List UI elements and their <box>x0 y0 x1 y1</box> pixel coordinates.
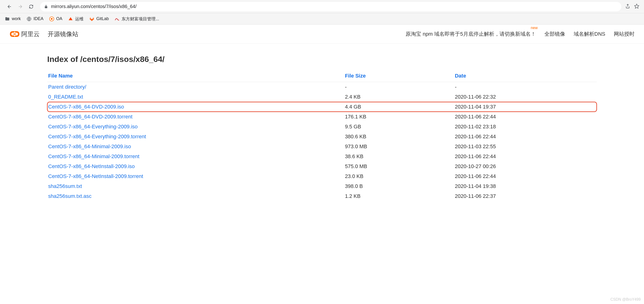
column-header-date[interactable]: Date <box>454 70 597 82</box>
reload-icon <box>28 4 34 9</box>
nav-all-mirrors[interactable]: 全部镜像 <box>544 31 565 38</box>
file-size-cell: 380.6 KB <box>344 132 454 141</box>
lock-icon <box>44 5 48 9</box>
table-row: CentOS-7-x86_64-NetInstall-2009.torrent2… <box>47 171 597 181</box>
oa-icon <box>49 16 54 22</box>
file-name-cell: sha256sum.txt <box>47 181 344 191</box>
bookmark-label: IDEA <box>34 16 44 21</box>
file-date-cell: 2020-10-27 00:26 <box>454 162 597 171</box>
file-name-cell: sha256sum.txt.asc <box>47 191 344 201</box>
forward-button[interactable] <box>16 2 25 11</box>
logo-text: 阿里云 <box>21 30 40 38</box>
table-row: sha256sum.txt.asc1.2 KB2020-11-06 22:37 <box>47 191 597 201</box>
nav-notice[interactable]: new 原淘宝 npm 域名即将于5月底停止解析，请切换新域名！ <box>406 31 536 38</box>
url-bar[interactable]: mirrors.aliyun.com/centos/7/isos/x86_64/ <box>40 2 621 11</box>
back-button[interactable] <box>5 2 14 11</box>
bookmark-star-button[interactable] <box>634 4 639 10</box>
file-date-cell: 2020-11-06 22:32 <box>454 92 597 102</box>
new-badge: new <box>531 26 538 30</box>
bookmark-oa[interactable]: OA <box>49 16 62 22</box>
file-link[interactable]: CentOS-7-x86_64-NetInstall-2009.iso <box>48 163 135 169</box>
file-name-cell: CentOS-7-x86_64-DVD-2009.torrent <box>47 112 344 122</box>
yunwei-icon <box>68 16 73 22</box>
file-link[interactable]: CentOS-7-x86_64-Everything-2009.iso <box>48 124 138 129</box>
nav-ntp[interactable]: 网站授时 <box>614 31 634 38</box>
file-size-cell: 9.5 GB <box>344 122 454 132</box>
nav-dns[interactable]: 域名解析DNS <box>574 31 605 38</box>
file-name-cell: CentOS-7-x86_64-Minimal-2009.torrent <box>47 151 344 162</box>
file-link[interactable]: CentOS-7-x86_64-DVD-2009.torrent <box>48 114 132 120</box>
bookmark-dfcf[interactable]: 东方财富项目管理... <box>114 16 159 22</box>
table-row: CentOS-7-x86_64-DVD-2009.iso4.4 GB2020-1… <box>47 102 597 112</box>
bookmark-label: OA <box>56 16 62 21</box>
file-size-cell: 575.0 MB <box>344 162 454 171</box>
browser-toolbar: mirrors.aliyun.com/centos/7/isos/x86_64/ <box>0 0 644 13</box>
file-link[interactable]: CentOS-7-x86_64-DVD-2009.iso <box>48 104 124 110</box>
site-title[interactable]: 开源镜像站 <box>48 30 78 38</box>
file-link[interactable]: CentOS-7-x86_64-Everything-2009.torrent <box>48 133 146 139</box>
file-link[interactable]: Parent directory/ <box>48 84 86 90</box>
file-date-cell: 2020-11-06 22:44 <box>454 112 597 122</box>
file-date-cell: - <box>454 82 597 92</box>
file-size-cell: 973.0 MB <box>344 141 454 151</box>
file-name-cell: 0_README.txt <box>47 92 344 102</box>
file-link[interactable]: sha256sum.txt <box>48 183 82 189</box>
bookmark-yunwei[interactable]: 运维 <box>68 16 84 22</box>
file-name-cell: CentOS-7-x86_64-Everything-2009.iso <box>47 122 344 132</box>
bookmarks-bar: work IDEA OA 运维 GitLab 东方财富项目管理... <box>0 13 644 25</box>
table-row: sha256sum.txt398.0 B2020-11-04 19:38 <box>47 181 597 191</box>
url-text: mirrors.aliyun.com/centos/7/isos/x86_64/ <box>51 4 618 9</box>
file-name-cell: CentOS-7-x86_64-NetInstall-2009.torrent <box>47 171 344 181</box>
file-size-cell: 2.4 KB <box>344 92 454 102</box>
bookmark-label: 运维 <box>75 16 84 22</box>
table-row: CentOS-7-x86_64-Everything-2009.iso9.5 G… <box>47 122 597 132</box>
file-name-cell: CentOS-7-x86_64-NetInstall-2009.iso <box>47 162 344 171</box>
toolbar-right <box>625 4 639 10</box>
file-name-cell: CentOS-7-x86_64-Minimal-2009.iso <box>47 141 344 151</box>
main-content: Index of /centos/7/isos/x86_64/ File Nam… <box>0 44 644 211</box>
file-link[interactable]: 0_README.txt <box>48 94 83 100</box>
globe-icon <box>26 16 32 22</box>
column-header-size[interactable]: File Size <box>344 70 454 82</box>
file-size-cell: 1.2 KB <box>344 191 454 201</box>
file-size-cell: 23.0 KB <box>344 171 454 181</box>
table-row: Parent directory/-- <box>47 82 597 92</box>
file-size-cell: 176.1 KB <box>344 112 454 122</box>
file-link[interactable]: CentOS-7-x86_64-Minimal-2009.iso <box>48 143 131 149</box>
dfcf-icon <box>114 16 120 22</box>
star-icon <box>634 4 639 9</box>
file-date-cell: 2020-11-06 22:37 <box>454 191 597 201</box>
bookmark-label: GitLab <box>96 16 109 21</box>
bookmark-label: 东方财富项目管理... <box>122 16 159 22</box>
file-date-cell: 2020-11-04 19:37 <box>454 102 597 112</box>
table-row: CentOS-7-x86_64-NetInstall-2009.iso575.0… <box>47 162 597 171</box>
site-header: 阿里云 开源镜像站 new 原淘宝 npm 域名即将于5月底停止解析，请切换新域… <box>0 25 644 44</box>
header-nav: new 原淘宝 npm 域名即将于5月底停止解析，请切换新域名！ 全部镜像 域名… <box>406 31 634 38</box>
file-size-cell: 398.0 B <box>344 181 454 191</box>
reload-button[interactable] <box>26 2 36 11</box>
bookmark-work[interactable]: work <box>5 16 21 22</box>
aliyun-logo-icon <box>10 30 20 38</box>
notice-text: 原淘宝 npm 域名即将于5月底停止解析，请切换新域名！ <box>406 31 536 37</box>
file-link[interactable]: CentOS-7-x86_64-Minimal-2009.torrent <box>48 154 139 159</box>
aliyun-logo[interactable]: 阿里云 <box>10 30 40 38</box>
table-row: CentOS-7-x86_64-DVD-2009.torrent176.1 KB… <box>47 112 597 122</box>
column-header-name[interactable]: File Name <box>47 70 344 82</box>
arrow-left-icon <box>7 4 12 9</box>
file-date-cell: 2020-11-06 22:44 <box>454 132 597 141</box>
gitlab-icon <box>89 16 94 22</box>
file-name-cell: CentOS-7-x86_64-DVD-2009.iso <box>47 102 344 112</box>
file-date-cell: 2020-11-04 19:38 <box>454 181 597 191</box>
bookmark-label: work <box>12 16 21 21</box>
folder-icon <box>5 16 10 22</box>
share-button[interactable] <box>625 4 630 10</box>
svg-rect-4 <box>14 34 16 35</box>
file-name-cell: CentOS-7-x86_64-Everything-2009.torrent <box>47 132 344 141</box>
file-link[interactable]: CentOS-7-x86_64-NetInstall-2009.torrent <box>48 173 143 179</box>
file-link[interactable]: sha256sum.txt.asc <box>48 193 91 199</box>
bookmark-idea[interactable]: IDEA <box>26 16 44 22</box>
file-date-cell: 2020-11-06 22:44 <box>454 171 597 181</box>
file-size-cell: 38.6 KB <box>344 151 454 162</box>
table-row: CentOS-7-x86_64-Everything-2009.torrent3… <box>47 132 597 141</box>
bookmark-gitlab[interactable]: GitLab <box>89 16 109 22</box>
